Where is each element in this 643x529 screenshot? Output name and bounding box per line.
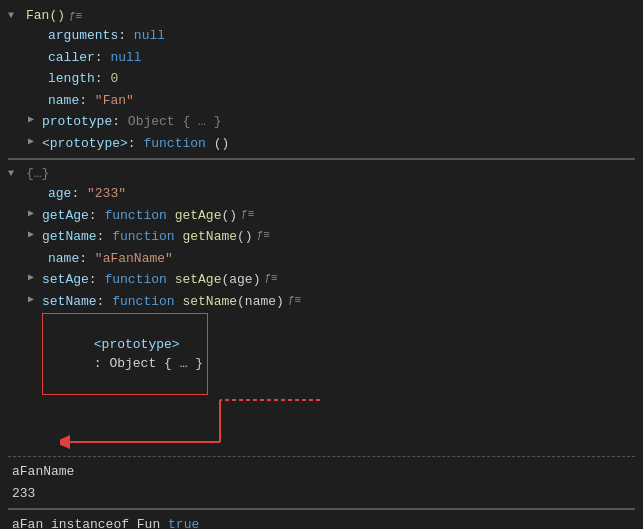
obj-getname[interactable]: getName : function getName () ƒ≡: [0, 226, 643, 248]
obj-setname-triangle[interactable]: [28, 292, 42, 307]
obj-prototype-row: <prototype> : Object { … }: [0, 312, 643, 396]
instanceof-line: aFan instanceof Fun true: [0, 514, 643, 529]
fan-name: name : "Fan": [0, 90, 643, 112]
fan-proto-chain[interactable]: <prototype> : function (): [0, 133, 643, 155]
console-output: Fan() ƒ≡ arguments : null caller : null …: [0, 0, 643, 529]
fan-proto-chain-triangle[interactable]: [28, 134, 42, 149]
separator-2: [8, 456, 635, 457]
obj-expand-triangle[interactable]: [8, 168, 22, 179]
setage-icon: ƒ≡: [264, 270, 277, 287]
arrow-container: [0, 398, 643, 452]
obj-getage-triangle[interactable]: [28, 206, 42, 221]
output-233: 233: [0, 483, 643, 505]
separator-3: [8, 508, 635, 510]
obj-label: {…}: [26, 166, 49, 181]
obj-setname[interactable]: setName : function setName (name) ƒ≡: [0, 291, 643, 313]
obj-age: age : "233": [0, 183, 643, 205]
fan-header[interactable]: Fan() ƒ≡: [0, 6, 643, 25]
fan-expand-triangle[interactable]: [8, 10, 22, 21]
getname-icon: ƒ≡: [257, 227, 270, 244]
fan-prototype[interactable]: prototype : Object { … }: [0, 111, 643, 133]
obj-getage[interactable]: getAge : function getAge () ƒ≡: [0, 205, 643, 227]
red-arrow: [60, 390, 340, 450]
fan-function-icon: ƒ≡: [69, 10, 82, 22]
obj-name: name : "aFanName": [0, 248, 643, 270]
fan-arguments: arguments : null: [0, 25, 643, 47]
fan-caller: caller : null: [0, 47, 643, 69]
output-afanname: aFanName: [0, 461, 643, 483]
fan-length: length : 0: [0, 68, 643, 90]
getage-icon: ƒ≡: [241, 206, 254, 223]
obj-setage[interactable]: setAge : function setAge (age) ƒ≡: [0, 269, 643, 291]
proto-boxed-value: <prototype> : Object { … }: [42, 313, 208, 395]
obj-getname-triangle[interactable]: [28, 227, 42, 242]
obj-setage-triangle[interactable]: [28, 270, 42, 285]
obj-header[interactable]: {…}: [0, 164, 643, 183]
fan-label: Fan(): [26, 8, 65, 23]
separator-1: [8, 158, 635, 160]
fan-prototype-triangle[interactable]: [28, 112, 42, 127]
setname-icon: ƒ≡: [288, 292, 301, 309]
